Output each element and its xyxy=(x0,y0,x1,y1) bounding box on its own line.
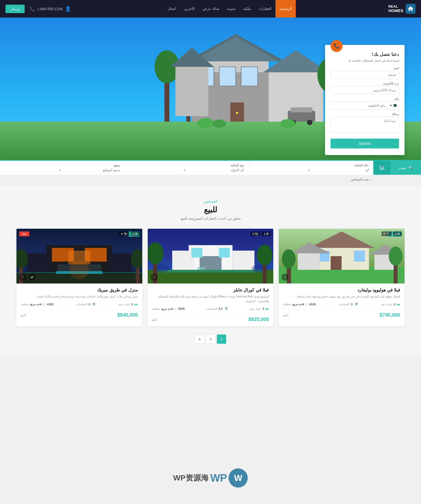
svg-rect-42 xyxy=(354,251,365,262)
send-button[interactable]: إرسال xyxy=(5,5,25,13)
card-count-2: ⊞ 1 📷 4 xyxy=(250,231,271,236)
ownership-value: أي xyxy=(312,168,369,172)
cam-count-2: 📷 4 xyxy=(250,231,260,236)
price-label-1: للبيع xyxy=(283,313,288,317)
bathroom-spec-3: الحمامات 3 🚿 xyxy=(76,302,96,307)
svg-rect-55 xyxy=(232,251,254,270)
area-spec-3: منطقة قدم مربع □ 4300 xyxy=(21,302,53,307)
svg-rect-75 xyxy=(109,253,131,273)
type-value: كل الانواع xyxy=(187,168,244,172)
card-body-3: منزل في طريق ميريك منزل ساحر بثلاث غرف ن… xyxy=(16,284,142,322)
favorite-button-3[interactable]: ♡ xyxy=(19,274,26,281)
cam-num-1: 8 xyxy=(383,232,385,236)
card-image-2: ⊞ 1 📷 4 ♡ xyxy=(148,229,274,284)
navbar-right: REAL HOMES xyxy=(388,4,416,14)
type-select[interactable]: كل الانواع ▼ xyxy=(129,168,244,172)
svg-rect-57 xyxy=(191,248,202,257)
nav-link-blog[interactable]: مدونة xyxy=(223,0,239,18)
price-label-3: للبيع xyxy=(21,313,26,317)
area-label-3: منطقة xyxy=(21,302,29,306)
svg-point-78 xyxy=(70,260,89,279)
page-btn-3[interactable]: 3 xyxy=(206,334,215,344)
property-desc-1: أفضل موقع على الواجهة البحرية في جزر هار… xyxy=(283,294,400,299)
nav-link-gallery[interactable]: صالة عرض xyxy=(199,0,223,18)
nav-item-gallery[interactable]: صالة عرض xyxy=(199,0,223,18)
area-label-2: منطقة xyxy=(152,307,160,311)
contact-form: 📞 دعنا نتصل بك! لمساعدتك في اختيار الممت… xyxy=(325,45,405,155)
cam-icon-3: 📷 xyxy=(124,232,127,236)
image-icon-3: ⊞ xyxy=(135,232,138,236)
cam-icon-2: 📷 xyxy=(255,232,258,236)
price-value-1: $740,000 xyxy=(380,312,400,318)
search-bar: 🔍 بحث 🗺️ حالة الملكية أي ▼ نوع الملكية ك… xyxy=(0,160,421,175)
bathroom-label-3: الحمامات xyxy=(76,302,87,306)
submit-button[interactable]: Submit xyxy=(331,139,399,148)
logo-line2: HOMES xyxy=(388,8,403,13)
bedroom-label-2: غرف نوم xyxy=(250,307,261,311)
property-image-3 xyxy=(16,229,142,284)
bathroom-icon-2: 🚿 xyxy=(224,307,228,311)
svg-point-33 xyxy=(197,118,214,128)
svg-rect-74 xyxy=(27,253,49,273)
nav-link-other[interactable]: الأخرين xyxy=(180,0,199,18)
svg-rect-15 xyxy=(219,67,236,86)
bathroom-label-2: الحمامات xyxy=(206,307,217,311)
bedroom-icon-3: 🛏 xyxy=(134,302,138,307)
bedroom-label-3: غرف نوم xyxy=(118,302,130,306)
property-image-1 xyxy=(279,229,405,284)
svg-rect-58 xyxy=(219,248,230,257)
user-icon: 👤 xyxy=(65,6,71,12)
property-desc-2: استمتع بهدئ Deering Bay بوحدة Milano طوا… xyxy=(152,294,269,303)
form-subtitle: لمساعدتك في اختيار الممتلكات الخاصة بك xyxy=(331,59,399,62)
nav-item-contact[interactable]: اتصال xyxy=(164,0,180,18)
nav-link-ownership[interactable]: ملكية xyxy=(239,0,255,18)
advanced-label: بحث الخصائص xyxy=(351,178,369,181)
area-unit-3: قدم مربع xyxy=(30,302,42,306)
page-btn-4[interactable]: 4 xyxy=(195,334,204,344)
property-card-2: ⊞ 1 📷 4 ♡ فيلا في كورال جابلز استمتع بهد… xyxy=(148,229,274,326)
bathroom-val-2: 3.5 xyxy=(218,307,223,310)
swap-button-3[interactable]: ⇄ xyxy=(29,274,36,281)
section-title: للبيع xyxy=(16,205,405,214)
advanced-search-link[interactable]: ↓ بحث الخصائص xyxy=(351,177,372,181)
area-spec-1: منطقة قدم مربع □ 4530 xyxy=(283,302,316,307)
map-search-button[interactable]: 🗺️ xyxy=(373,161,390,175)
nav-link-home[interactable]: الرئيسية xyxy=(275,0,296,18)
svg-point-32 xyxy=(307,120,312,125)
search-button[interactable]: 🔍 بحث xyxy=(390,161,421,175)
image-icon-1: ⊞ xyxy=(397,232,400,236)
property-title-1: فيلا في هوليوود بوليفارد xyxy=(283,287,400,293)
nav-item-home[interactable]: الرئيسية xyxy=(275,0,296,18)
bathroom-icon-3: 🚿 xyxy=(91,302,96,307)
location-select[interactable]: جميع المواقع ▼ xyxy=(5,168,120,172)
logo[interactable]: REAL HOMES xyxy=(388,4,416,14)
location-label: موقع xyxy=(5,164,120,167)
search-icon: 🔍 xyxy=(408,166,413,170)
phone-icon: 📞 xyxy=(30,6,35,12)
nav-item-other[interactable]: الأخرين xyxy=(180,0,199,18)
phone-flag[interactable]: 🇵🇰 ▾ xyxy=(388,102,399,109)
card-price-row-2: $825,000 للبيع xyxy=(152,314,269,322)
nav-item-ownership[interactable]: ملكية xyxy=(239,0,255,18)
card-price-row-3: $540,000 للبيع xyxy=(21,309,138,318)
ownership-select[interactable]: أي ▼ xyxy=(253,168,369,172)
email-input[interactable] xyxy=(331,86,399,94)
image-count-3: ⊞ 1 xyxy=(131,231,140,236)
page-btn-2[interactable]: 2 xyxy=(217,334,226,344)
navbar-left: 👤 1-800-555-1234 📞 إرسال xyxy=(5,5,71,13)
name-input[interactable] xyxy=(331,71,399,79)
property-title-2: فيلا في كورال جابلز xyxy=(152,287,269,293)
nav-link-contact[interactable]: اتصال xyxy=(164,0,180,18)
phone-input[interactable] xyxy=(331,102,388,109)
nav-link-properties[interactable]: العقارات xyxy=(255,0,275,18)
map-icon: 🗺️ xyxy=(379,165,385,171)
card-image-3: مميز Hot ⊞ 1 📷 6 ♡ ⇄ xyxy=(16,229,142,284)
message-input[interactable] xyxy=(331,117,399,133)
property-title-3: منزل في طريق ميريك xyxy=(21,287,138,293)
nav-item-blog[interactable]: مدونة xyxy=(223,0,239,18)
svg-rect-66 xyxy=(197,267,205,270)
name-label: اسم xyxy=(331,66,399,70)
favorite-button-2[interactable]: ♡ xyxy=(150,274,158,281)
bathroom-val-1: 3 xyxy=(351,303,352,306)
nav-item-properties[interactable]: العقارات xyxy=(255,0,275,18)
